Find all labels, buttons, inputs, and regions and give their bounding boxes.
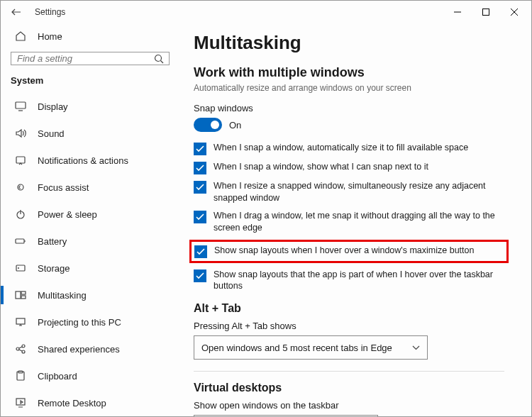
svg-rect-3: [16, 157, 25, 163]
projecting-icon: [13, 315, 28, 329]
sidebar-item-focus-assist[interactable]: Focus assist: [1, 174, 179, 201]
svg-point-4: [18, 184, 23, 190]
search-input[interactable]: [11, 53, 149, 64]
svg-rect-11: [21, 296, 26, 299]
divider: [194, 371, 504, 372]
sidebar-item-storage[interactable]: Storage: [1, 255, 179, 282]
sidebar-item-label: Shared experiences: [38, 344, 120, 355]
sidebar-item-multitasking[interactable]: Multitasking: [1, 282, 179, 308]
snap-options-list: When I snap a window, automatically size…: [194, 142, 504, 292]
snap-option-2: When I resize a snapped window, simultan…: [194, 180, 504, 204]
snap-toggle-state: On: [229, 120, 241, 130]
checkbox-label: When I snap a window, automatically size…: [214, 142, 468, 154]
storage-icon: [13, 261, 28, 275]
sidebar-item-power-sleep[interactable]: Power & sleep: [1, 201, 179, 228]
power-icon: [13, 207, 28, 221]
snap-toggle-row: On: [194, 118, 504, 132]
snap-option-1: When I snap a window, show what I can sn…: [194, 161, 504, 174]
section-title-alttab: Alt + Tab: [194, 302, 504, 315]
section-title-work: Work with multiple windows: [194, 65, 504, 80]
section-subtitle: Automatically resize and arrange windows…: [194, 83, 504, 93]
chevron-down-icon: [412, 345, 420, 350]
svg-point-15: [22, 350, 25, 353]
svg-rect-10: [21, 291, 26, 294]
vdesktops-label: Show open windows on the taskbar: [194, 400, 504, 411]
sidebar-home-label: Home: [38, 31, 62, 42]
sidebar-item-sound[interactable]: Sound: [1, 120, 179, 147]
display-icon: [13, 99, 28, 113]
main-content: Multitasking Work with multiple windows …: [184, 23, 531, 416]
sidebar-section-label: System: [1, 72, 179, 93]
sidebar-home[interactable]: Home: [1, 23, 179, 49]
checkbox-label: Show snap layouts that the app is part o…: [214, 269, 500, 293]
close-button[interactable]: [500, 2, 528, 22]
snap-option-5: Show snap layouts that the app is part o…: [194, 269, 504, 293]
alttab-value: Open windows and 5 most recent tabs in E…: [201, 343, 392, 353]
checkbox[interactable]: [194, 211, 206, 223]
sidebar-item-battery[interactable]: Battery: [1, 228, 179, 255]
alttab-label: Pressing Alt + Tab shows: [194, 321, 504, 331]
section-title-vdesktops: Virtual desktops: [194, 382, 504, 394]
page-title: Multitasking: [194, 32, 504, 54]
focus-icon: [13, 180, 28, 194]
svg-rect-9: [16, 291, 21, 299]
checkbox-label: When I snap a window, show what I can sn…: [214, 161, 428, 173]
sidebar-item-remote-desktop[interactable]: Remote Desktop: [1, 389, 179, 416]
sidebar-item-label: Notifications & actions: [38, 155, 128, 166]
snap-option-4: Show snap layouts when I hover over a wi…: [189, 240, 509, 263]
svg-rect-12: [16, 318, 25, 324]
app-title: Settings: [35, 7, 65, 17]
shared-icon: [13, 342, 28, 356]
sidebar-item-label: Remote Desktop: [38, 398, 106, 408]
sidebar-item-shared-experiences[interactable]: Shared experiences: [1, 335, 179, 362]
sidebar: Home System DisplaySoundNotifications & …: [1, 23, 184, 416]
window-controls: [443, 2, 528, 22]
snap-option-3: When I drag a window, let me snap it wit…: [194, 210, 504, 234]
svg-rect-7: [16, 265, 25, 271]
home-icon: [13, 29, 28, 43]
notifications-icon: [13, 153, 28, 167]
settings-window: Settings Home: [0, 0, 532, 417]
checkbox-label: Show snap layouts when I hover over a wi…: [214, 245, 474, 257]
svg-point-8: [18, 267, 19, 269]
checkbox[interactable]: [194, 143, 206, 155]
minimize-button[interactable]: [443, 2, 472, 22]
sidebar-item-label: Focus assist: [38, 182, 89, 193]
checkbox[interactable]: [194, 245, 207, 258]
sidebar-item-projecting-to-this-pc[interactable]: Projecting to this PC: [1, 308, 179, 335]
vdesktops-dropdown[interactable]: Only on the desktop I'm using: [194, 415, 378, 416]
app-body: Home System DisplaySoundNotifications & …: [1, 23, 531, 416]
sidebar-item-notifications-actions[interactable]: Notifications & actions: [1, 147, 179, 174]
sidebar-item-label: Sound: [38, 128, 65, 139]
sidebar-item-label: Clipboard: [38, 371, 77, 382]
clipboard-icon: [13, 369, 28, 383]
back-button[interactable]: [6, 2, 26, 22]
sound-icon: [13, 126, 28, 140]
sidebar-nav-list: DisplaySoundNotifications & actionsFocus…: [1, 93, 179, 416]
checkbox[interactable]: [194, 269, 206, 282]
svg-rect-0: [483, 9, 489, 16]
sidebar-item-label: Power & sleep: [38, 209, 97, 220]
alttab-dropdown[interactable]: Open windows and 5 most recent tabs in E…: [194, 335, 428, 360]
svg-rect-6: [16, 239, 24, 243]
svg-point-14: [22, 345, 25, 348]
sidebar-item-label: Projecting to this PC: [38, 317, 121, 328]
titlebar: Settings: [1, 1, 531, 23]
search-box[interactable]: [11, 52, 170, 65]
checkbox-label: When I resize a snapped window, simultan…: [214, 180, 500, 204]
maximize-button[interactable]: [472, 2, 500, 22]
search-icon: [149, 54, 169, 64]
checkbox[interactable]: [194, 162, 206, 174]
snap-option-0: When I snap a window, automatically size…: [194, 142, 504, 155]
battery-icon: [13, 234, 28, 248]
snap-toggle[interactable]: [194, 118, 222, 132]
sidebar-item-clipboard[interactable]: Clipboard: [1, 362, 179, 389]
checkbox-label: When I drag a window, let me snap it wit…: [214, 210, 500, 234]
sidebar-item-display[interactable]: Display: [1, 93, 179, 120]
snap-label: Snap windows: [194, 103, 504, 113]
sidebar-item-label: Battery: [38, 236, 67, 247]
checkbox[interactable]: [194, 181, 206, 194]
sidebar-item-label: Display: [38, 101, 68, 112]
multitasking-icon: [13, 288, 28, 302]
sidebar-item-label: Storage: [38, 263, 70, 274]
